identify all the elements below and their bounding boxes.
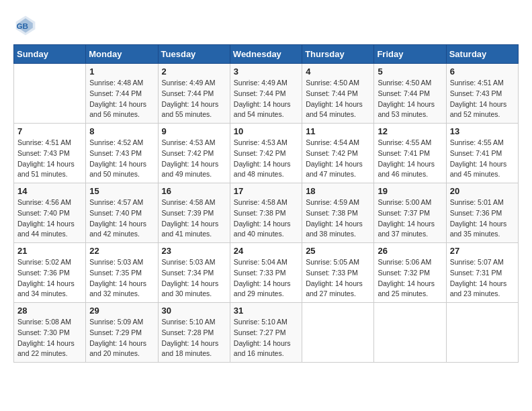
day-info: Sunrise: 4:59 AMSunset: 7:38 PMDaylight:… [306,197,370,240]
day-number: 4 [306,66,370,77]
calendar-cell: 28Sunrise: 5:08 AMSunset: 7:30 PMDayligh… [14,303,86,363]
day-info: Sunrise: 5:09 AMSunset: 7:29 PMDaylight:… [89,317,154,359]
day-info: Sunrise: 5:03 AMSunset: 7:35 PMDaylight:… [89,257,154,300]
calendar-cell: 19Sunrise: 5:00 AMSunset: 7:37 PMDayligh… [374,183,446,243]
day-info: Sunrise: 4:55 AMSunset: 7:41 PMDaylight:… [450,138,515,180]
day-number: 13 [450,126,515,136]
day-number: 20 [450,186,515,196]
day-number: 6 [450,66,515,77]
calendar-cell [374,303,446,363]
calendar-cell: 8Sunrise: 4:52 AMSunset: 7:43 PMDaylight… [86,124,158,183]
day-info: Sunrise: 4:50 AMSunset: 7:44 PMDaylight:… [306,78,370,120]
day-number: 29 [89,306,154,316]
day-number: 28 [17,306,82,316]
calendar-cell: 16Sunrise: 4:58 AMSunset: 7:39 PMDayligh… [158,183,230,243]
weekday-header-row: SundayMondayTuesdayWednesdayThursdayFrid… [14,45,519,64]
calendar-table: SundayMondayTuesdayWednesdayThursdayFrid… [13,44,519,363]
day-number: 22 [89,246,154,256]
day-number: 2 [162,66,226,77]
calendar-cell: 11Sunrise: 4:54 AMSunset: 7:42 PMDayligh… [302,124,374,183]
calendar-cell [446,303,518,363]
calendar-cell: 13Sunrise: 4:55 AMSunset: 7:41 PMDayligh… [446,124,518,183]
calendar-cell: 22Sunrise: 5:03 AMSunset: 7:35 PMDayligh… [86,243,158,303]
calendar-cell: 12Sunrise: 4:55 AMSunset: 7:41 PMDayligh… [374,124,446,183]
calendar-week-row: 21Sunrise: 5:02 AMSunset: 7:36 PMDayligh… [14,243,519,303]
calendar-cell: 30Sunrise: 5:10 AMSunset: 7:28 PMDayligh… [158,303,230,363]
day-info: Sunrise: 4:50 AMSunset: 7:44 PMDaylight:… [378,78,442,120]
calendar-cell: 29Sunrise: 5:09 AMSunset: 7:29 PMDayligh… [86,303,158,363]
day-number: 23 [162,246,226,256]
day-info: Sunrise: 5:07 AMSunset: 7:31 PMDaylight:… [450,257,515,300]
day-number: 7 [17,126,82,136]
calendar-cell: 31Sunrise: 5:10 AMSunset: 7:27 PMDayligh… [230,303,302,363]
day-number: 21 [17,246,82,256]
day-info: Sunrise: 5:10 AMSunset: 7:27 PMDaylight:… [234,317,298,359]
calendar-cell [14,64,86,124]
day-info: Sunrise: 4:55 AMSunset: 7:41 PMDaylight:… [378,138,442,180]
day-info: Sunrise: 4:49 AMSunset: 7:44 PMDaylight:… [234,78,298,120]
day-info: Sunrise: 5:06 AMSunset: 7:32 PMDaylight:… [378,257,442,300]
day-info: Sunrise: 5:03 AMSunset: 7:34 PMDaylight:… [162,257,226,300]
logo: GB [13,13,40,38]
day-info: Sunrise: 4:53 AMSunset: 7:42 PMDaylight:… [234,138,298,180]
calendar-cell: 4Sunrise: 4:50 AMSunset: 7:44 PMDaylight… [302,64,374,124]
day-number: 3 [234,66,298,77]
calendar-cell: 20Sunrise: 5:01 AMSunset: 7:36 PMDayligh… [446,183,518,243]
day-info: Sunrise: 4:56 AMSunset: 7:40 PMDaylight:… [17,197,82,240]
day-number: 12 [378,126,442,136]
calendar-cell: 7Sunrise: 4:51 AMSunset: 7:43 PMDaylight… [14,124,86,183]
day-info: Sunrise: 4:48 AMSunset: 7:44 PMDaylight:… [89,78,154,120]
weekday-header: Thursday [302,45,374,64]
day-info: Sunrise: 5:05 AMSunset: 7:33 PMDaylight:… [306,257,370,300]
day-number: 11 [306,126,370,136]
day-info: Sunrise: 4:58 AMSunset: 7:39 PMDaylight:… [162,197,226,240]
calendar-cell: 25Sunrise: 5:05 AMSunset: 7:33 PMDayligh… [302,243,374,303]
day-info: Sunrise: 4:58 AMSunset: 7:38 PMDaylight:… [234,197,298,240]
calendar-cell [302,303,374,363]
day-info: Sunrise: 4:51 AMSunset: 7:43 PMDaylight:… [450,78,515,120]
day-number: 24 [234,246,298,256]
day-info: Sunrise: 5:02 AMSunset: 7:36 PMDaylight:… [17,257,82,300]
day-number: 14 [17,186,82,196]
day-info: Sunrise: 4:53 AMSunset: 7:42 PMDaylight:… [162,138,226,180]
calendar-cell: 9Sunrise: 4:53 AMSunset: 7:42 PMDaylight… [158,124,230,183]
calendar-cell: 17Sunrise: 4:58 AMSunset: 7:38 PMDayligh… [230,183,302,243]
page-header: GB [13,13,519,38]
calendar-cell: 10Sunrise: 4:53 AMSunset: 7:42 PMDayligh… [230,124,302,183]
day-number: 9 [162,126,226,136]
day-number: 10 [234,126,298,136]
weekday-header: Tuesday [158,45,230,64]
calendar-cell: 15Sunrise: 4:57 AMSunset: 7:40 PMDayligh… [86,183,158,243]
calendar-cell: 23Sunrise: 5:03 AMSunset: 7:34 PMDayligh… [158,243,230,303]
calendar-cell: 21Sunrise: 5:02 AMSunset: 7:36 PMDayligh… [14,243,86,303]
day-info: Sunrise: 4:52 AMSunset: 7:43 PMDaylight:… [89,138,154,180]
weekday-header: Wednesday [230,45,302,64]
day-number: 8 [89,126,154,136]
day-info: Sunrise: 4:57 AMSunset: 7:40 PMDaylight:… [89,197,154,240]
calendar-cell: 3Sunrise: 4:49 AMSunset: 7:44 PMDaylight… [230,64,302,124]
logo-icon: GB [13,13,38,38]
day-info: Sunrise: 5:08 AMSunset: 7:30 PMDaylight:… [17,317,82,359]
day-info: Sunrise: 4:49 AMSunset: 7:44 PMDaylight:… [162,78,226,120]
calendar-week-row: 28Sunrise: 5:08 AMSunset: 7:30 PMDayligh… [14,303,519,363]
day-number: 1 [89,66,154,77]
calendar-cell: 27Sunrise: 5:07 AMSunset: 7:31 PMDayligh… [446,243,518,303]
weekday-header: Monday [86,45,158,64]
calendar-cell: 18Sunrise: 4:59 AMSunset: 7:38 PMDayligh… [302,183,374,243]
calendar-week-row: 7Sunrise: 4:51 AMSunset: 7:43 PMDaylight… [14,124,519,183]
day-number: 27 [450,246,515,256]
day-number: 26 [378,246,442,256]
weekday-header: Friday [374,45,446,64]
day-number: 18 [306,186,370,196]
day-number: 31 [234,306,298,316]
day-number: 17 [234,186,298,196]
calendar-cell: 5Sunrise: 4:50 AMSunset: 7:44 PMDaylight… [374,64,446,124]
day-info: Sunrise: 5:10 AMSunset: 7:28 PMDaylight:… [162,317,226,359]
day-number: 19 [378,186,442,196]
day-info: Sunrise: 4:54 AMSunset: 7:42 PMDaylight:… [306,138,370,180]
calendar-cell: 24Sunrise: 5:04 AMSunset: 7:33 PMDayligh… [230,243,302,303]
day-number: 16 [162,186,226,196]
svg-text:GB: GB [17,21,29,30]
day-info: Sunrise: 5:04 AMSunset: 7:33 PMDaylight:… [234,257,298,300]
weekday-header: Saturday [446,45,518,64]
